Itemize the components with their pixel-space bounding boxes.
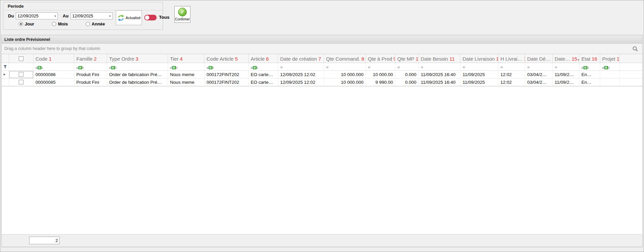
column-header-Tier[interactable]: Tier4 <box>168 54 205 63</box>
filter-cell-Article[interactable]: aBc <box>249 63 278 71</box>
cell-Code-row1[interactable]: 00000086 <box>33 71 74 78</box>
column-header-Qte Command.[interactable]: Qte Command.8 <box>324 54 366 63</box>
column-header-Date Dé…[interactable]: Date Dé…14 <box>525 54 553 63</box>
cell-Code-row2[interactable]: 00000085 <box>33 78 74 86</box>
cell-Qte MP-row1[interactable]: 0.000 <box>395 71 419 78</box>
group-by-panel[interactable]: Drag a column header here to group by th… <box>2 44 642 54</box>
filter-cell-H Livrai…[interactable]: = <box>498 63 525 71</box>
column-header-Date de création[interactable]: Date de création7 <box>278 54 324 63</box>
cell-Qte à Prod-row2[interactable]: 9 990.00 <box>366 78 395 86</box>
row-indicator[interactable] <box>2 78 9 86</box>
cell-Projet-row1[interactable] <box>600 71 620 78</box>
column-header-Code[interactable]: Code1 <box>33 54 74 63</box>
cell-Date Livraison-row1[interactable]: 11/09/2025 <box>461 71 498 78</box>
cell-Projet-row2[interactable] <box>600 78 620 86</box>
cell-Qte à Prod-row1[interactable]: 10 000.00 <box>366 71 395 78</box>
cell-Date de création-row1[interactable]: 12/09/2025 12:02 <box>278 71 324 78</box>
text-filter-icon: aBc <box>581 64 589 70</box>
column-header-Famille[interactable]: Famille2 <box>74 54 107 63</box>
date-to-input[interactable] <box>71 13 104 19</box>
filter-cell-Date de création[interactable]: = <box>278 63 324 71</box>
column-header-Article[interactable]: Article6 <box>249 54 278 63</box>
row-checkbox[interactable] <box>19 72 23 77</box>
tous-toggle[interactable] <box>144 15 157 20</box>
column-header-Type Ordre[interactable]: Type Ordre3 <box>107 54 168 63</box>
confirm-button[interactable]: ✓ Confirmer <box>174 6 190 23</box>
filter-cell-Famille[interactable]: aBc <box>74 63 107 71</box>
filter-cell-Code[interactable]: aBc <box>33 63 74 71</box>
cell-Type Ordre-row2[interactable]: Order de fabrication Pré… <box>107 78 168 86</box>
cell-Date de création-row2[interactable]: 12/09/2025 12:02 <box>278 78 324 86</box>
cell-Famille-row2[interactable]: Produit Fini <box>74 78 107 86</box>
select-all-checkbox[interactable] <box>19 56 23 61</box>
row-checkbox[interactable] <box>19 80 23 84</box>
column-header-H Livrai…[interactable]: H Livrai…13 <box>498 54 525 63</box>
cell-Tier-row1[interactable]: Nous meme <box>168 71 205 78</box>
chevron-down-icon[interactable]: ▾ <box>109 14 112 18</box>
cell-Date…-row1[interactable]: 11/09/2… <box>553 71 579 78</box>
date-from-picker[interactable]: ▾ <box>16 12 58 19</box>
cell-Type Ordre-row1[interactable]: Order de fabrication Pré… <box>107 71 168 78</box>
cell-Article-row1[interactable]: EO carte… <box>249 71 278 78</box>
filter-cell-Date Livraison[interactable]: = <box>461 63 498 71</box>
cell-Date Dé…-row1[interactable]: 03/04/2… <box>525 71 553 78</box>
cell-Date Besoin-row1[interactable]: 11/09/2025 16:40 <box>419 71 461 78</box>
filter-cell-Qte MP[interactable]: = <box>395 63 419 71</box>
search-icon[interactable] <box>632 46 638 52</box>
column-header-Date…[interactable]: Date…15➤ <box>553 54 579 63</box>
cell-Qte Command.-row1[interactable]: 10 000.000 <box>324 71 366 78</box>
filter-cell-Date Dé…[interactable]: = <box>525 63 553 71</box>
chevron-down-icon[interactable]: ▾ <box>55 14 58 18</box>
cell-Tier-row2[interactable]: Nous meme <box>168 78 205 86</box>
filter-cell-Projet[interactable]: aBc <box>600 63 620 71</box>
filter-cell-Etat[interactable]: aBc <box>579 63 600 71</box>
filter-cell-Date…[interactable]: = <box>553 63 579 71</box>
column-header-Code Article[interactable]: Code Article5 <box>205 54 249 63</box>
cell-H Livrai…-row1[interactable]: 12:02 <box>498 71 525 78</box>
text-filter-icon: aBc <box>602 64 610 70</box>
date-from-input[interactable] <box>16 13 50 19</box>
radio-jour[interactable]: Jour <box>19 21 34 26</box>
column-header-Qte à Prod[interactable]: Qte à Prod9 <box>366 54 395 63</box>
row-count-input[interactable] <box>29 237 60 244</box>
row-checkbox-cell[interactable] <box>9 78 33 86</box>
cell-Article-row2[interactable]: EO carte… <box>249 78 278 86</box>
cell-Famille-row1[interactable]: Produit Fini <box>74 71 107 78</box>
annotation-number: 5 <box>235 56 238 62</box>
filter-cell-Tier[interactable]: aBc <box>168 63 205 71</box>
date-to-picker[interactable]: ▾ <box>71 12 113 19</box>
cell-Code Article-row2[interactable]: 000172FINT202 <box>205 78 249 86</box>
cell-Code Article-row1[interactable]: 000172FINT202 <box>205 71 249 78</box>
cell-Date Livraison-row2[interactable]: 11/09/2025 <box>461 78 498 86</box>
cell-Date Dé…-row2[interactable]: 03/04/2… <box>525 78 553 86</box>
filter-cell-Date Besoin[interactable]: = <box>419 63 461 71</box>
radio-mois[interactable]: Mois <box>52 21 68 26</box>
column-header-Etat[interactable]: Etat16 <box>579 54 600 63</box>
filter-cell-checkbox[interactable] <box>9 63 33 71</box>
cell-Etat-row2[interactable]: En… <box>579 78 600 86</box>
column-header-Projet[interactable]: Projet17 <box>600 54 620 63</box>
column-header-Qte MP[interactable]: Qte MP10 <box>395 54 419 63</box>
column-header-checkbox[interactable] <box>9 54 33 63</box>
cell-Qte MP-row2[interactable]: 0.000 <box>395 78 419 86</box>
cell-Qte Command.-row2[interactable]: 10 000.000 <box>324 78 366 86</box>
cell-H Livrai…-row2[interactable]: 12:02 <box>498 78 525 86</box>
radio-annee[interactable]: Année <box>86 21 105 26</box>
column-header-Date Besoin[interactable]: Date Besoin11 <box>419 54 461 63</box>
grid-empty-area[interactable] <box>2 86 642 234</box>
text-filter-icon: aBc <box>251 64 258 70</box>
refresh-button[interactable]: Actualisé <box>116 10 142 25</box>
filter-cell-indicator[interactable] <box>2 63 9 71</box>
filter-cell-Qte à Prod[interactable]: = <box>366 63 395 71</box>
row-indicator[interactable]: ▸ <box>2 71 9 78</box>
cell-Date Besoin-row2[interactable]: 11/09/2025 16:40 <box>419 78 461 86</box>
column-header-Date Livraison[interactable]: Date Livraison12 <box>461 54 498 63</box>
cell-Date…-row2[interactable]: 11/09/2… <box>553 78 579 86</box>
filter-cell-Qte Command.[interactable]: = <box>324 63 366 71</box>
row-checkbox-cell[interactable] <box>9 71 33 78</box>
annotation-number: 3 <box>136 56 138 62</box>
column-header-indicator[interactable] <box>2 54 9 63</box>
filter-cell-Code Article[interactable]: aBc <box>205 63 249 71</box>
cell-Etat-row1[interactable]: En… <box>579 71 600 78</box>
filter-cell-Type Ordre[interactable]: aBc <box>107 63 168 71</box>
